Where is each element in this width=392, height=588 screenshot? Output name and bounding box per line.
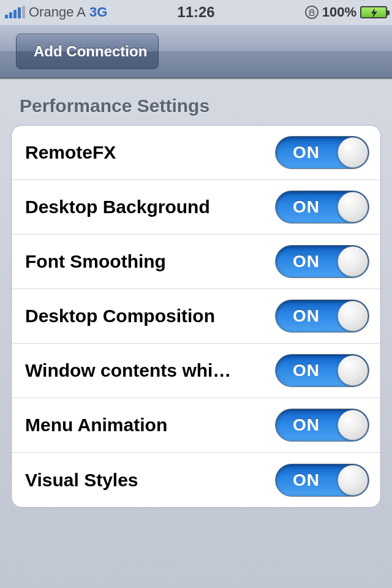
toggle-window-contents[interactable]: ON: [275, 354, 369, 387]
row-font-smoothing: Font Smoothing ON: [12, 235, 380, 289]
settings-table: RemoteFX ON Desktop Background ON Font S…: [11, 125, 381, 508]
status-bar: Orange A 3G 11:26 100%: [0, 0, 392, 24]
switch-on-text: ON: [293, 252, 320, 271]
toggle-desktop-composition[interactable]: ON: [275, 300, 369, 333]
battery-percent: 100%: [322, 4, 356, 20]
row-label: RemoteFX: [25, 142, 116, 163]
switch-on-text: ON: [293, 470, 320, 490]
network-label: 3G: [89, 4, 107, 20]
row-visual-styles: Visual Styles ON: [12, 453, 380, 507]
switch-on-text: ON: [293, 306, 320, 326]
switch-knob: [337, 465, 368, 496]
switch-knob: [337, 137, 368, 168]
clock: 11:26: [177, 4, 214, 21]
row-remotefx: RemoteFX ON: [12, 126, 380, 180]
switch-on-text: ON: [293, 197, 320, 217]
toggle-font-smoothing[interactable]: ON: [275, 245, 369, 278]
toggle-remotefx[interactable]: ON: [275, 136, 369, 169]
status-left: Orange A 3G: [5, 4, 107, 20]
toggle-menu-animation[interactable]: ON: [275, 409, 369, 442]
row-label: Window contents whi…: [25, 360, 231, 381]
back-button[interactable]: Add Connection: [16, 34, 159, 69]
row-label: Desktop Background: [25, 197, 210, 217]
switch-on-text: ON: [293, 361, 320, 380]
switch-knob: [337, 301, 368, 331]
orientation-lock-icon: [305, 6, 318, 19]
row-label: Desktop Composition: [25, 306, 215, 326]
switch-on-text: ON: [293, 415, 320, 435]
nav-bar: Add Connection: [0, 24, 392, 78]
row-window-contents: Window contents whi… ON: [12, 344, 380, 398]
row-desktop-background: Desktop Background ON: [12, 180, 380, 235]
row-menu-animation: Menu Animation ON: [12, 398, 380, 453]
toggle-visual-styles[interactable]: ON: [275, 464, 369, 497]
switch-knob: [337, 410, 368, 440]
row-label: Menu Animation: [25, 415, 167, 435]
row-label: Font Smoothing: [25, 251, 166, 272]
toggle-desktop-background[interactable]: ON: [275, 190, 369, 224]
section-header: Performance Settings: [20, 96, 381, 116]
switch-knob: [337, 246, 368, 277]
battery-icon: [360, 6, 387, 18]
carrier-label: Orange A: [29, 4, 86, 20]
switch-knob: [337, 355, 368, 386]
switch-on-text: ON: [293, 143, 320, 162]
switch-knob: [337, 192, 368, 222]
content: Performance Settings RemoteFX ON Desktop…: [0, 78, 392, 521]
signal-icon: [5, 6, 25, 18]
status-right: 100%: [305, 4, 387, 20]
row-desktop-composition: Desktop Composition ON: [12, 289, 380, 344]
row-label: Visual Styles: [25, 470, 138, 491]
back-button-label: Add Connection: [34, 43, 147, 60]
